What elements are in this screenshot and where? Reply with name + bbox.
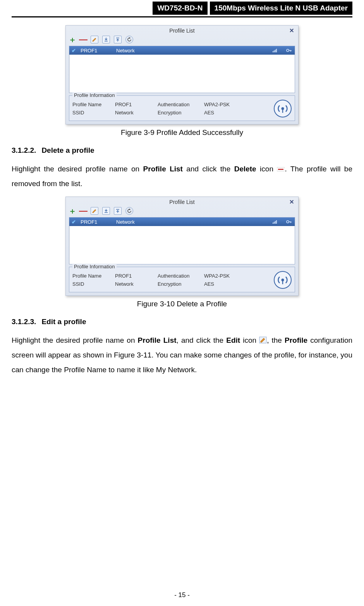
active-checkmark-icon: ✔: [72, 219, 76, 225]
profile-listbox[interactable]: ✔ PROF1 Network: [69, 217, 295, 264]
edit-icon[interactable]: [91, 207, 98, 215]
value-authentication: WPA2-PSK: [204, 102, 239, 107]
profile-information-legend: Profile Information: [72, 264, 117, 269]
profile-information-group: Profile Information Profile Name PROF1 A…: [69, 95, 295, 121]
add-icon[interactable]: ＋: [69, 207, 76, 214]
svg-rect-12: [276, 220, 277, 224]
import-icon[interactable]: [102, 207, 110, 215]
svg-rect-3: [276, 49, 277, 52]
section-number: 3.1.2.3.: [12, 318, 36, 326]
section-3-1-2-2-heading: 3.1.2.2.Delete a profile: [12, 146, 352, 155]
figure-3-10-caption: Figure 3-10 Delete a Profile: [12, 300, 352, 308]
figure-3-10-wrap: Profile List ✕ ＋ —: [12, 197, 352, 308]
label-authentication: Authentication: [158, 273, 204, 279]
label-encryption: Encryption: [158, 110, 204, 116]
label-ssid: SSID: [72, 110, 115, 116]
label-ssid: SSID: [72, 281, 115, 287]
row-profile-name: PROF1: [81, 219, 112, 225]
section-3-1-2-2-text: Highlight the desired profile name on Pr…: [12, 162, 352, 191]
profile-listbox[interactable]: ✔ PROF1 Network: [69, 46, 295, 93]
security-key-icon: [285, 219, 292, 224]
value-profile-name: PROF1: [115, 102, 158, 107]
svg-rect-0: [273, 51, 273, 52]
header-model: WD752-BD-N: [153, 2, 207, 15]
row-ssid: Network: [116, 48, 266, 54]
figure-3-9-caption: Figure 3-9 Profile Added Successfully: [12, 128, 352, 137]
refresh-icon[interactable]: [125, 36, 133, 43]
profile-information-group: Profile Information Profile Name PROF1 A…: [69, 267, 295, 292]
label-authentication: Authentication: [158, 102, 204, 107]
add-icon[interactable]: ＋: [69, 36, 76, 43]
page-number: - 15 -: [0, 591, 364, 599]
edit-inline-icon: [259, 334, 267, 340]
export-icon[interactable]: [114, 36, 122, 43]
toolbar: ＋ —: [66, 205, 298, 217]
svg-rect-9: [273, 223, 273, 224]
header-title: 150Mbps Wireless Lite N USB Adapter: [210, 2, 352, 15]
svg-point-13: [287, 221, 289, 223]
svg-rect-8: [278, 169, 283, 170]
section-3-1-2-3-text: Highlight the desired profile name on Pr…: [12, 333, 352, 377]
value-profile-name: PROF1: [115, 273, 158, 279]
window-title: Profile List: [169, 28, 194, 34]
delete-icon[interactable]: —: [80, 36, 87, 43]
label-encryption: Encryption: [158, 281, 204, 287]
value-authentication: WPA2-PSK: [204, 273, 239, 279]
figure-3-9-wrap: Profile List ✕ ＋ —: [12, 25, 352, 137]
svg-rect-2: [275, 50, 276, 52]
window-title: Profile List: [169, 199, 194, 205]
svg-point-4: [287, 49, 289, 52]
import-icon[interactable]: [102, 36, 110, 43]
list-item[interactable]: ✔ PROF1 Network: [69, 218, 295, 226]
value-ssid: Network: [115, 281, 158, 287]
profile-information-legend: Profile Information: [72, 92, 117, 98]
delete-icon[interactable]: —: [80, 207, 87, 214]
wireless-radio-icon: [274, 100, 292, 117]
window-title-bar: Profile List ✕: [66, 26, 298, 34]
svg-rect-11: [275, 221, 276, 224]
security-key-icon: [285, 48, 292, 53]
active-checkmark-icon: ✔: [72, 48, 76, 54]
edit-icon[interactable]: [91, 36, 98, 43]
label-profile-name: Profile Name: [72, 102, 115, 107]
close-icon[interactable]: ✕: [288, 199, 296, 205]
value-ssid: Network: [115, 110, 158, 116]
refresh-icon[interactable]: [125, 207, 133, 215]
svg-rect-6: [282, 109, 283, 113]
close-icon[interactable]: ✕: [288, 27, 296, 34]
row-ssid: Network: [116, 219, 266, 225]
toolbar: ＋ —: [66, 34, 298, 46]
wireless-radio-icon: [274, 271, 292, 289]
page-header: WD752-BD-N 150Mbps Wireless Lite N USB A…: [12, 0, 352, 17]
section-3-1-2-3-heading: 3.1.2.3.Edit a profile: [12, 318, 352, 326]
section-number: 3.1.2.2.: [12, 146, 36, 154]
section-title: Edit a profile: [41, 318, 86, 326]
profile-list-window: Profile List ✕ ＋ —: [65, 197, 299, 296]
list-item[interactable]: ✔ PROF1 Network: [69, 46, 295, 55]
svg-rect-15: [282, 280, 283, 284]
row-profile-name: PROF1: [81, 48, 112, 54]
value-encryption: AES: [204, 110, 239, 116]
signal-icon: [271, 48, 281, 53]
window-title-bar: Profile List ✕: [66, 197, 298, 205]
export-icon[interactable]: [114, 207, 122, 215]
signal-icon: [271, 219, 281, 224]
svg-rect-10: [274, 222, 275, 224]
section-title: Delete a profile: [41, 146, 94, 154]
svg-rect-1: [274, 50, 275, 52]
delete-inline-icon: [277, 162, 285, 168]
profile-list-window: Profile List ✕ ＋ —: [65, 25, 299, 124]
value-encryption: AES: [204, 281, 239, 287]
label-profile-name: Profile Name: [72, 273, 115, 279]
